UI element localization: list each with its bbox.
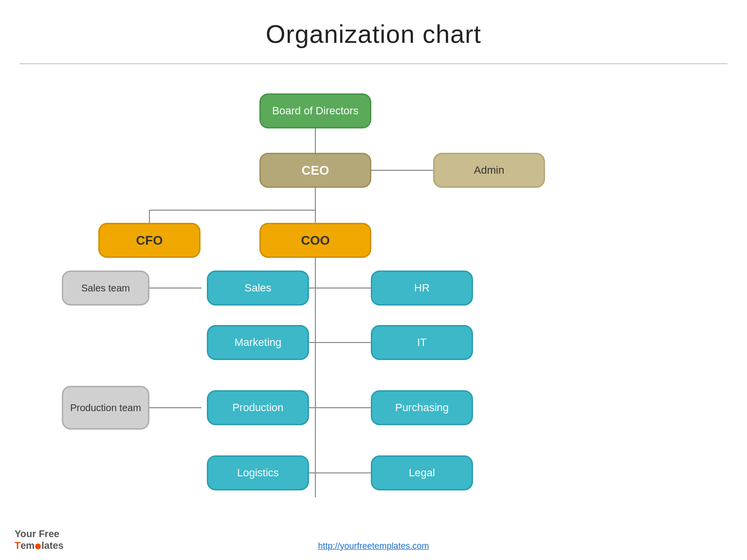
- logo-your: Your Free: [15, 528, 59, 539]
- sales-node: Sales: [207, 271, 309, 306]
- purchasing-node: Purchasing: [371, 390, 473, 425]
- divider: [19, 63, 728, 64]
- hr-node: HR: [371, 271, 473, 306]
- ceo-node: CEO: [259, 153, 371, 188]
- sales-team-node: Sales team: [62, 271, 149, 306]
- logistics-node: Logistics: [207, 455, 309, 490]
- page-title: Organization chart: [0, 0, 747, 63]
- coo-node: COO: [259, 223, 371, 258]
- org-chart: Board of Directors CEO Admin CFO COO Sal…: [0, 69, 747, 531]
- logo: Your Free Temlates: [15, 528, 64, 551]
- marketing-node: Marketing: [207, 325, 309, 360]
- board-of-directors-node: Board of Directors: [259, 93, 371, 128]
- logo-dot: [35, 543, 41, 549]
- legal-node: Legal: [371, 455, 473, 490]
- production-team-node: Production team: [62, 386, 149, 430]
- logo-icon-letter: T: [15, 540, 20, 551]
- it-node: IT: [371, 325, 473, 360]
- production-node: Production: [207, 390, 309, 425]
- cfo-node: CFO: [98, 223, 200, 258]
- admin-node: Admin: [433, 153, 545, 188]
- footer-link[interactable]: http://yourfreetemplates.com: [318, 541, 429, 551]
